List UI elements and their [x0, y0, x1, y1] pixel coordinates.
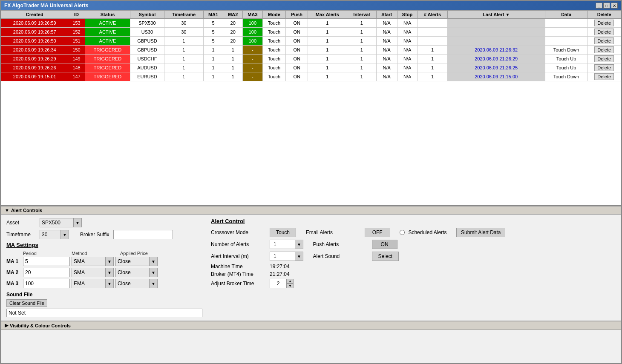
- ma3-label: MA 3: [6, 281, 21, 287]
- cell-interval: 1: [347, 19, 376, 28]
- ma2-method-dropdown[interactable]: SMA: [72, 268, 106, 277]
- maximize-button[interactable]: □: [603, 3, 610, 9]
- cell-interval: 1: [347, 46, 376, 54]
- delete-button[interactable]: Delete: [594, 64, 614, 71]
- ma3-period-input[interactable]: [23, 279, 70, 288]
- table-row: 2020.06.09 19:26:59 153 ACTIVE SPX500 30…: [1, 19, 621, 28]
- col-status: Status: [85, 11, 130, 19]
- minimize-button[interactable]: _: [596, 3, 602, 9]
- ma1-period-input[interactable]: [23, 257, 70, 266]
- broker-suffix-input[interactable]: [113, 230, 173, 239]
- submit-alert-button[interactable]: Submit Alert Data: [456, 228, 505, 237]
- table-row: 2020.06.09 19:15:01 147 TRIGGERED EURUSD…: [1, 72, 621, 81]
- asset-row: Asset SPX500 ▼: [6, 218, 202, 227]
- col-last-alert: Last Alert ▼: [447, 11, 545, 19]
- col-data: Data: [545, 11, 587, 19]
- ma-col-headers: Period Method Applied Price: [23, 251, 202, 256]
- cell-id: 148: [68, 63, 85, 72]
- num-alerts-dropdown[interactable]: 1: [270, 240, 295, 249]
- cell-delete: Delete: [587, 54, 621, 63]
- cell-mode: Touch: [262, 28, 286, 37]
- ma2-period-input[interactable]: [23, 268, 70, 277]
- spinner-down-button[interactable]: ▼: [287, 284, 294, 288]
- title-bar: FX AlgoTrader MA Universal Alerts _ □ ✕: [1, 1, 621, 10]
- cell-timeframe: 1: [164, 63, 203, 72]
- cell-ma2: 1: [223, 54, 243, 63]
- timeframe-dropdown[interactable]: 30: [40, 230, 61, 239]
- table-row: 2020.06.09 19:26:26 148 TRIGGERED AUDUSD…: [1, 63, 621, 72]
- cell-ma1: 5: [203, 37, 223, 46]
- ma1-method-arrow[interactable]: ▼: [106, 257, 114, 266]
- col-push: Push: [286, 11, 308, 19]
- cell-data: Touch Up: [545, 63, 587, 72]
- spinner-buttons: ▲ ▼: [287, 279, 294, 288]
- cell-num-alerts: [418, 19, 447, 28]
- visibility-section-header[interactable]: ▶ Visibility & Colour Controls: [1, 321, 621, 330]
- broker-time-value: 21:27:04: [270, 271, 290, 277]
- delete-button[interactable]: Delete: [594, 29, 614, 35]
- clear-sound-button[interactable]: Clear Sound File: [6, 299, 47, 307]
- ma3-price-dropdown[interactable]: Close: [115, 279, 150, 288]
- alerts-table-area: Created ID Status Symbol Timeframe MA1 M…: [1, 10, 621, 206]
- alert-sound-select-button[interactable]: Select: [372, 252, 399, 261]
- machine-time-label: Machine Time: [211, 264, 266, 269]
- cell-ma3: 100: [243, 37, 262, 46]
- ma1-price-arrow[interactable]: ▼: [150, 257, 158, 266]
- table-row: 2020.06.09 19:26:57 152 ACTIVE US30 30 5…: [1, 28, 621, 37]
- alert-interval-label: Alert Interval (m): [211, 253, 266, 259]
- adjust-broker-input[interactable]: [270, 279, 287, 288]
- window-title: FX AlgoTrader MA Universal Alerts: [4, 3, 88, 9]
- spinner-up-button[interactable]: ▲: [287, 279, 294, 284]
- cell-num-alerts: 1: [418, 72, 447, 81]
- adjust-broker-label: Adjust Broker Time: [211, 281, 266, 287]
- visibility-expand-icon: ▶: [5, 323, 8, 328]
- asset-dropdown-arrow[interactable]: ▼: [74, 218, 82, 227]
- main-window: FX AlgoTrader MA Universal Alerts _ □ ✕ …: [0, 0, 622, 364]
- alert-interval-dropdown[interactable]: 1: [270, 252, 295, 261]
- delete-button[interactable]: Delete: [594, 73, 614, 80]
- alert-interval-arrow[interactable]: ▼: [295, 252, 303, 261]
- email-alerts-button[interactable]: OFF: [365, 228, 390, 237]
- window-controls: _ □ ✕: [596, 3, 618, 9]
- scheduled-alerts-label: Scheduled Alerts: [408, 229, 446, 235]
- push-alerts-button[interactable]: ON: [372, 240, 397, 249]
- machine-time-row: Machine Time 19:27:04: [211, 264, 616, 269]
- asset-dropdown[interactable]: SPX500: [40, 218, 74, 227]
- ma2-method-arrow[interactable]: ▼: [106, 268, 114, 277]
- cell-symbol: SPX500: [130, 19, 164, 28]
- timeframe-dropdown-arrow[interactable]: ▼: [61, 230, 69, 239]
- period-header: Period: [23, 251, 70, 256]
- crossover-mode-button[interactable]: Touch: [270, 228, 296, 237]
- cell-ma2: 1: [223, 46, 243, 54]
- cell-stop: N/A: [397, 54, 418, 63]
- ma3-method-arrow[interactable]: ▼: [106, 279, 114, 288]
- cell-ma1: 5: [203, 28, 223, 37]
- scheduled-alerts-radio[interactable]: [400, 230, 405, 235]
- ma3-price-arrow[interactable]: ▼: [150, 279, 158, 288]
- alert-control-title: Alert Control: [211, 218, 616, 224]
- cell-id: 152: [68, 28, 85, 37]
- delete-button[interactable]: Delete: [594, 46, 614, 53]
- alerts-table: Created ID Status Symbol Timeframe MA1 M…: [1, 10, 621, 81]
- ma2-price-dropdown[interactable]: Close: [115, 268, 150, 277]
- cell-symbol: USDCHF: [130, 54, 164, 63]
- delete-button[interactable]: Delete: [594, 20, 614, 26]
- cell-mode: Touch: [262, 19, 286, 28]
- cell-created: 2020.06.09 19:26:50: [1, 37, 68, 46]
- cell-push: ON: [286, 54, 308, 63]
- cell-ma3: -: [243, 46, 262, 54]
- col-ma3: MA3: [243, 11, 262, 19]
- ma1-method-dropdown[interactable]: SMA: [72, 257, 106, 266]
- delete-button[interactable]: Delete: [594, 37, 614, 44]
- cell-max-alerts: 1: [308, 54, 347, 63]
- alert-controls-header[interactable]: ▼ Alert Controls: [1, 206, 621, 215]
- close-button[interactable]: ✕: [611, 3, 618, 9]
- ma1-price-dropdown[interactable]: Close: [115, 257, 150, 266]
- crossover-mode-label: Crossover Mode: [211, 229, 266, 235]
- cell-data: [545, 28, 587, 37]
- num-alerts-arrow[interactable]: ▼: [295, 240, 303, 249]
- email-alerts-label: Email Alerts: [306, 229, 361, 235]
- delete-button[interactable]: Delete: [594, 55, 614, 62]
- ma3-method-dropdown[interactable]: EMA: [72, 279, 106, 288]
- ma2-price-arrow[interactable]: ▼: [150, 268, 158, 277]
